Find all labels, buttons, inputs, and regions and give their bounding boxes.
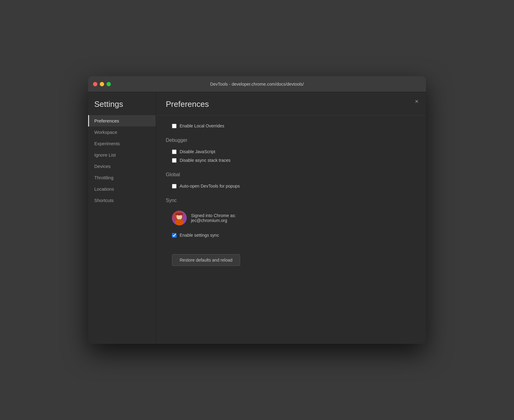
scrollable-content: Enable Local Overrides Debugger Disable … [156,115,426,344]
sidebar-item-shortcuts[interactable]: Shortcuts [88,195,156,206]
global-section-title: Global [166,172,416,177]
restore-button-container: Restore defaults and reload [166,248,416,266]
restore-defaults-button[interactable]: Restore defaults and reload [172,254,240,266]
auto-open-devtools-checkbox[interactable] [172,184,177,189]
maximize-traffic-light[interactable] [107,82,111,86]
disable-javascript-label[interactable]: Disable JavaScript [180,149,215,154]
content-area: Preferences × Enable Local Overrides Deb… [156,92,426,344]
sidebar-item-ignore-list[interactable]: Ignore List [88,149,156,161]
window-title: DevTools - developer.chrome.com/docs/dev… [210,82,304,87]
minimize-traffic-light[interactable] [100,82,104,86]
enable-settings-sync-row: Enable settings sync [166,231,416,239]
sidebar-item-throttling[interactable]: Throttling [88,172,156,183]
sidebar-item-workspace[interactable]: Workspace [88,126,156,138]
enable-local-overrides-row: Enable Local Overrides [166,122,416,130]
sidebar-nav: Preferences Workspace Experiments Ignore… [88,115,156,206]
enable-local-overrides-checkbox[interactable] [172,124,177,128]
close-traffic-light[interactable] [93,82,97,86]
disable-async-stack-traces-checkbox[interactable] [172,158,177,163]
auto-open-devtools-label[interactable]: Auto-open DevTools for popups [180,184,240,189]
traffic-lights [93,82,111,86]
avatar [172,211,187,225]
disable-javascript-checkbox[interactable] [172,150,177,154]
svg-point-2 [175,219,184,225]
settings-window: DevTools - developer.chrome.com/docs/dev… [88,76,426,344]
sidebar-item-devices[interactable]: Devices [88,161,156,172]
auto-open-devtools-row: Auto-open DevTools for popups [166,182,416,190]
sync-section-title: Sync [166,198,416,203]
sidebar-item-experiments[interactable]: Experiments [88,138,156,149]
sidebar: Settings Preferences Workspace Experimen… [88,92,156,344]
sidebar-item-preferences[interactable]: Preferences [88,115,156,126]
enable-settings-sync-checkbox[interactable] [172,233,177,238]
enable-settings-sync-label[interactable]: Enable settings sync [180,233,219,238]
sync-user: Signed into Chrome as: jec@chromium.org [166,208,416,228]
sidebar-item-locations[interactable]: Locations [88,183,156,195]
content-header: Preferences [156,92,426,115]
debugger-section-title: Debugger [166,138,416,143]
avatar-image [172,211,187,225]
disable-javascript-row: Disable JavaScript [166,147,416,156]
enable-local-overrides-label[interactable]: Enable Local Overrides [180,123,224,128]
disable-async-stack-traces-row: Disable async stack traces [166,156,416,165]
sync-email: jec@chromium.org [191,218,236,223]
titlebar: DevTools - developer.chrome.com/docs/dev… [88,76,426,92]
main-content: Settings Preferences Workspace Experimen… [88,92,426,344]
settings-heading: Settings [88,99,156,115]
disable-async-stack-traces-label[interactable]: Disable async stack traces [180,158,231,163]
sync-signed-in-label: Signed into Chrome as: [191,213,236,218]
content-title: Preferences [166,99,209,109]
svg-rect-4 [176,213,183,215]
close-button[interactable]: × [412,97,421,106]
sync-user-info: Signed into Chrome as: jec@chromium.org [191,213,236,223]
